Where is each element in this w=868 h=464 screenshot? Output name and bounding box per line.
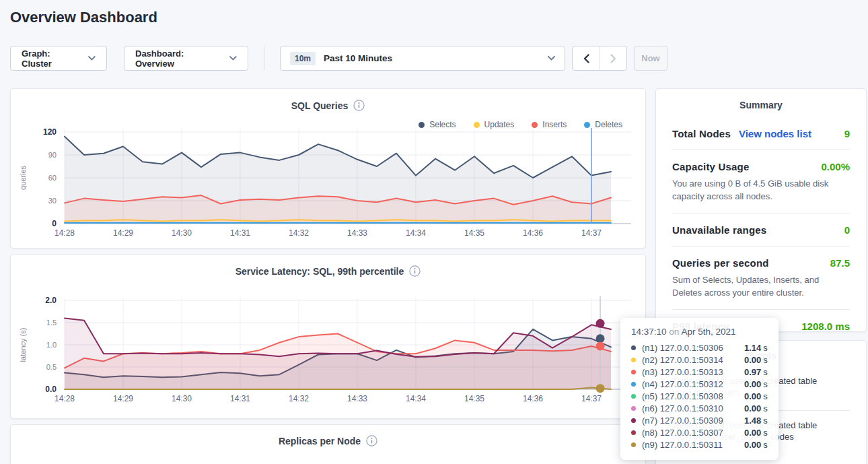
series-dot-icon xyxy=(631,345,636,350)
svg-text:queries: queries xyxy=(19,165,27,190)
chevron-down-icon xyxy=(229,56,237,61)
svg-text:14:28: 14:28 xyxy=(55,228,75,238)
node-address: (n2) 127.0.0.1:50314 xyxy=(642,355,744,365)
page-title: Overview Dashboard xyxy=(10,9,157,26)
svg-text:14:32: 14:32 xyxy=(289,394,309,403)
latency-unit: s xyxy=(763,343,768,353)
svg-text:0.5: 0.5 xyxy=(46,363,57,371)
sql-queries-panel: SQL Queries SelectsUpdatesInsertsDeletes… xyxy=(10,88,646,248)
controls-divider xyxy=(264,46,264,71)
summary-row-capacity: Capacity Usage 0.00% You are using 0 B o… xyxy=(672,150,850,213)
series-dot-icon xyxy=(631,370,636,374)
chevron-right-icon xyxy=(610,54,616,63)
summary-row-total-nodes: Total Nodes View nodes list 9 xyxy=(672,117,850,150)
svg-text:14:33: 14:33 xyxy=(347,394,367,403)
svg-text:14:28: 14:28 xyxy=(55,394,75,403)
series-dot-icon xyxy=(631,358,636,362)
svg-text:14:30: 14:30 xyxy=(172,394,192,403)
node-latency-value: 0.97 xyxy=(744,367,761,377)
svg-text:0: 0 xyxy=(52,219,57,228)
service-latency-panel: Service Latency: SQL, 99th percentile 14… xyxy=(10,254,646,419)
qps-description: Sum of Selects, Updates, Inserts, and De… xyxy=(672,273,850,299)
time-nav-group xyxy=(572,46,627,71)
capacity-usage-label: Capacity Usage xyxy=(672,161,750,172)
info-icon[interactable] xyxy=(366,435,377,446)
svg-text:14:33: 14:33 xyxy=(347,228,367,238)
qps-label: Queries per second xyxy=(672,257,769,269)
time-back-button[interactable] xyxy=(573,46,600,70)
graph-selector-label: Graph: Cluster xyxy=(22,48,81,69)
svg-text:14:32: 14:32 xyxy=(289,228,309,238)
latency-unit: s xyxy=(763,403,768,413)
svg-text:14:29: 14:29 xyxy=(113,394,133,403)
sql-queries-title: SQL Queries xyxy=(291,100,349,111)
series-dot-icon xyxy=(631,418,636,423)
node-latency-value: 0.00 xyxy=(744,428,761,438)
node-address: (n7) 127.0.0.1:50309 xyxy=(642,416,744,426)
node-address: (n8) 127.0.0.1:50307 xyxy=(642,428,744,438)
tooltip-node-row: (n6) 127.0.0.1:503100.00s xyxy=(631,402,768,414)
svg-text:14:37: 14:37 xyxy=(581,228,602,238)
tooltip-node-row: (n2) 127.0.0.1:503140.00s xyxy=(631,354,768,366)
tooltip-node-row: (n8) 127.0.0.1:503070.00s xyxy=(631,426,768,438)
capacity-usage-description: You are using 0 B of 4.5 GiB usable disk… xyxy=(672,177,850,203)
service-latency-title-row: Service Latency: SQL, 99th percentile xyxy=(11,265,645,277)
summary-row-unavailable-ranges: Unavailable ranges 0 xyxy=(672,213,850,246)
svg-text:120: 120 xyxy=(43,127,57,137)
tooltip-node-row: (n5) 127.0.0.1:503080.00s xyxy=(631,390,768,402)
node-latency-value: 1.48 xyxy=(744,416,761,426)
tooltip-rows: (n1) 127.0.0.1:503061.14s(n2) 127.0.0.1:… xyxy=(631,341,768,451)
tooltip-conjunction: on xyxy=(669,327,681,337)
latency-unit: s xyxy=(763,355,768,365)
series-dot-icon xyxy=(631,430,636,435)
svg-text:14:35: 14:35 xyxy=(464,228,484,238)
sql-queries-chart[interactable]: 14:2814:2914:3014:3114:3214:3314:3414:35… xyxy=(11,124,645,245)
view-nodes-list-link[interactable]: View nodes list xyxy=(739,128,811,139)
service-latency-chart[interactable]: 14:2814:2914:3014:3114:3214:3314:3414:35… xyxy=(11,292,645,411)
time-forward-button[interactable] xyxy=(600,46,626,70)
service-latency-title: Service Latency: SQL, 99th percentile xyxy=(236,266,404,277)
svg-text:14:36: 14:36 xyxy=(523,394,543,403)
node-address: (n5) 127.0.0.1:50308 xyxy=(642,391,744,401)
svg-text:30: 30 xyxy=(48,197,57,205)
svg-text:2.0: 2.0 xyxy=(45,296,57,305)
sql-queries-title-row: SQL Queries xyxy=(11,100,645,111)
svg-text:1.0: 1.0 xyxy=(46,341,57,349)
tooltip-date: Apr 5th, 2021 xyxy=(681,327,735,337)
replicas-title: Replicas per Node xyxy=(279,436,361,446)
latency-unit: s xyxy=(763,416,768,426)
total-nodes-value: 9 xyxy=(844,128,850,139)
series-dot-icon xyxy=(631,442,636,447)
tooltip-node-row: (n9) 127.0.0.1:503110.00s xyxy=(631,438,768,451)
svg-text:14:36: 14:36 xyxy=(523,228,543,238)
tooltip-node-row: (n7) 127.0.0.1:503091.48s xyxy=(631,414,768,426)
summary-panel: Summary Total Nodes View nodes list 9 Ca… xyxy=(655,88,867,332)
svg-text:14:31: 14:31 xyxy=(230,394,250,403)
dashboard-selector-label: Dashboard: Overview xyxy=(135,48,223,69)
latency-unit: s xyxy=(763,391,768,401)
svg-text:14:37: 14:37 xyxy=(581,394,602,403)
summary-title: Summary xyxy=(656,100,866,110)
tooltip-timestamp: 14:37:10 on Apr 5th, 2021 xyxy=(631,327,768,337)
chart-hover-tooltip: 14:37:10 on Apr 5th, 2021 (n1) 127.0.0.1… xyxy=(620,318,779,460)
svg-text:14:31: 14:31 xyxy=(230,228,250,238)
series-dot-icon xyxy=(631,382,636,387)
svg-text:0.0: 0.0 xyxy=(45,385,57,394)
time-range-picker[interactable]: 10m Past 10 Minutes xyxy=(280,46,565,71)
node-address: (n6) 127.0.0.1:50310 xyxy=(642,403,744,413)
node-address: (n3) 127.0.0.1:50313 xyxy=(642,367,744,377)
tooltip-node-row: (n4) 127.0.0.1:503120.00s xyxy=(631,378,768,390)
info-icon[interactable] xyxy=(353,100,365,111)
svg-text:14:34: 14:34 xyxy=(406,394,426,403)
svg-text:90: 90 xyxy=(48,151,57,159)
node-latency-value: 0.00 xyxy=(744,379,761,389)
chevron-down-icon xyxy=(88,56,96,61)
node-latency-value: 0.00 xyxy=(744,391,761,401)
latency-unit: s xyxy=(763,379,768,389)
dashboard-selector-dropdown[interactable]: Dashboard: Overview xyxy=(124,46,248,71)
time-range-badge: 10m xyxy=(290,52,316,65)
latency-unit: s xyxy=(763,367,768,377)
graph-selector-dropdown[interactable]: Graph: Cluster xyxy=(10,46,107,71)
now-button[interactable]: Now xyxy=(634,46,667,71)
info-icon[interactable] xyxy=(409,265,421,277)
